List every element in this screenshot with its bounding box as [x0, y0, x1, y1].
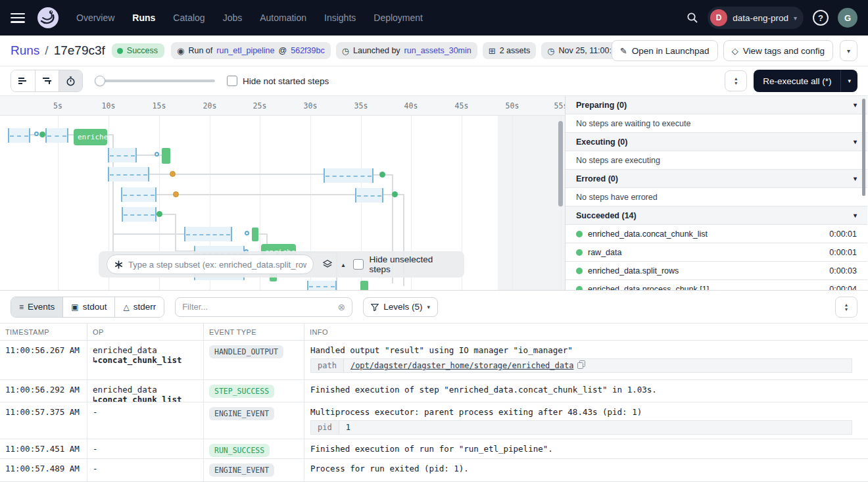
panel-section-succeeded[interactable]: Succeeded (14)▾ [566, 206, 867, 225]
step-marker-pending [155, 152, 159, 157]
substep-arrow-icon: ↳ [93, 355, 98, 365]
event-info-text: Multiprocess executor: parent process ex… [310, 407, 864, 417]
nav-item-automation[interactable]: Automation [260, 12, 306, 23]
step-bar-pending[interactable] [45, 128, 68, 143]
event-info-text: Handled output "result" using IO manager… [310, 345, 864, 355]
metadata-path-link[interactable]: /opt/dagster/dagster_home/storage/enrich… [350, 361, 574, 370]
tag-link[interactable]: run_etl_pipeline [216, 46, 274, 55]
step-bar-success[interactable] [162, 148, 170, 164]
nav-item-catalog[interactable]: Catalog [173, 12, 205, 23]
step-list-item[interactable]: enriched_data.process_chunk [1]0:00:04 [566, 280, 867, 290]
nav-item-deployment[interactable]: Deployment [374, 12, 423, 23]
header-more-button[interactable]: ▾ [840, 40, 857, 61]
step-bar-pending[interactable] [307, 281, 337, 290]
event-info-cell: Handled output "result" using IO manager… [304, 341, 868, 379]
levels-filter-button[interactable]: Levels (5) ▾ [363, 297, 438, 317]
nav-item-overview[interactable]: Overview [76, 12, 114, 23]
step-bar-success[interactable] [360, 281, 368, 290]
panel-section-errored[interactable]: Errored (0)▾ [566, 170, 867, 188]
zoom-slider-knob[interactable] [95, 76, 105, 86]
reexecute-all-button[interactable]: Re-execute all (*) [754, 70, 840, 92]
hide-not-started-checkbox[interactable] [227, 76, 237, 86]
clear-filter-icon[interactable]: ⊗ [337, 302, 345, 312]
step-marker-skipped [170, 171, 176, 177]
dependency-connector [157, 194, 355, 195]
step-bar-pending[interactable] [324, 168, 374, 183]
hide-unselected-checkbox[interactable] [353, 259, 364, 270]
log-filter-input[interactable] [182, 302, 332, 312]
tab-stderr[interactable]: △stderr [114, 297, 164, 317]
step-name: enriched_data.concat_chunk_list [588, 229, 708, 239]
panel-section-preparing[interactable]: Preparing (0)▾ [566, 96, 867, 114]
gantt-chart: 5s10s15s20s25s30s35s40s45s50s55s enriche… [0, 96, 566, 290]
step-subset-input[interactable] [128, 260, 306, 270]
step-bar-success-labeled[interactable]: enriche. [74, 129, 107, 145]
help-icon[interactable]: ? [813, 10, 829, 26]
run-end-shade-region [498, 116, 566, 290]
log-filter: ⊗ [175, 297, 352, 317]
chevron-down-icon: ▾ [854, 138, 857, 145]
step-bar-pending[interactable] [122, 207, 157, 222]
panel-section-title: Errored (0) [576, 174, 618, 183]
expand-collapse-button[interactable]: ▴▾ [725, 70, 747, 91]
tag-link[interactable]: run_assets_30min [404, 46, 471, 55]
timing-view-icon[interactable] [59, 70, 82, 91]
nav-item-insights[interactable]: Insights [324, 12, 356, 23]
nav-item-jobs[interactable]: Jobs [223, 12, 243, 23]
search-icon[interactable] [687, 12, 698, 24]
log-expand-collapse-button[interactable]: ▴▾ [835, 297, 857, 318]
event-type-badge: RUN_SUCCESS [209, 444, 270, 457]
event-type-cell: HANDLED_OUTPUT [204, 341, 304, 379]
axis-tick-label: 5s [53, 101, 62, 110]
step-bar-pending[interactable] [355, 188, 383, 203]
flatten-view-icon[interactable] [11, 70, 35, 91]
panel-section-title: Executing (0) [576, 137, 628, 147]
copy-icon[interactable] [577, 360, 585, 371]
metadata-text: 1 [346, 423, 350, 432]
terminal-icon: ▣ [71, 302, 78, 312]
gantt-split: 5s10s15s20s25s30s35s40s45s50s55s enriche… [0, 96, 868, 291]
step-list-item[interactable]: enriched_data.concat_chunk_list0:00:01 [566, 225, 867, 243]
panel-scrollbar[interactable] [862, 99, 865, 196]
nav-item-runs[interactable]: Runs [132, 12, 155, 23]
layers-icon[interactable] [322, 259, 333, 270]
view-tags-and-config-button[interactable]: ◇View tags and config [723, 40, 833, 61]
chevron-down-icon: ▾ [854, 101, 857, 108]
tab-stdout[interactable]: ▣stdout [62, 297, 114, 317]
step-bar-pending[interactable] [108, 167, 149, 181]
breadcrumb-runs-link[interactable]: Runs [11, 43, 39, 58]
panel-section-executing[interactable]: Executing (0)▾ [566, 133, 867, 151]
tag-link[interactable]: 562f39bc [291, 46, 324, 55]
gantt-scrollbar[interactable] [558, 121, 563, 206]
tab-events[interactable]: ≡Events [11, 297, 62, 317]
hamburger-menu-icon[interactable] [11, 13, 25, 23]
waterfall-view-icon[interactable] [35, 70, 59, 91]
event-info-cell: Process for run exited (pid: 1). [304, 459, 868, 481]
user-avatar[interactable]: G [838, 8, 857, 28]
step-bar-pending[interactable] [108, 148, 137, 162]
axis-tick-label: 15s [153, 101, 166, 110]
step-bar-success[interactable] [252, 228, 258, 241]
event-type-badge: ENGINE_EVENT [209, 407, 274, 420]
button-label: Open in Launchpad [632, 46, 710, 56]
op-name: enriched_data [93, 385, 199, 395]
button-label: View tags and config [743, 46, 825, 56]
reexecute-dropdown-icon[interactable]: ▾ [840, 70, 857, 92]
axis-tick-label: 45s [455, 101, 469, 110]
target-icon: ◉ [177, 46, 184, 56]
step-list-item[interactable]: enriched_data.split_rows0:00:03 [566, 262, 867, 280]
funnel-icon [371, 303, 379, 311]
step-bar-pending[interactable] [184, 227, 232, 241]
step-list-item[interactable]: raw_data0:00:01 [566, 243, 867, 262]
step-bar-pending[interactable] [8, 128, 30, 143]
collapse-overlay-icon[interactable]: ▴ [341, 261, 345, 268]
workspace-switcher[interactable]: D data-eng-prod ▾ [708, 7, 804, 29]
event-log-row: 11:00:56.292 AMenriched_data↳concat_chun… [0, 380, 868, 402]
event-info-text: Finished execution of step "enriched_dat… [310, 385, 864, 395]
event-op: - [87, 439, 204, 458]
step-bar-pending[interactable] [121, 187, 157, 202]
open-in-launchpad-button[interactable]: ✎Open in Launchpad [612, 40, 718, 61]
event-metadata: path/opt/dagster/dagster_home/storage/en… [310, 358, 852, 373]
zoom-slider[interactable] [95, 80, 215, 82]
zoom-slider-track [95, 80, 215, 82]
